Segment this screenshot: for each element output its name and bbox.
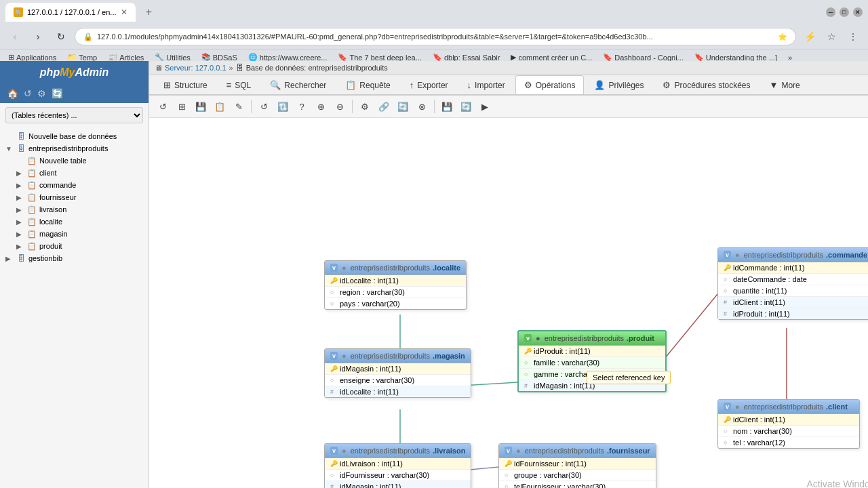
sidebar-recent-tables[interactable]: (Tables récentes) ... (5, 107, 143, 123)
sidebar-item-client[interactable]: ▶ 📋 client (11, 167, 149, 179)
tab-operations[interactable]: ⚙ Opérations (515, 75, 585, 94)
toolbar-btn-12[interactable]: 🔄 (395, 98, 411, 115)
tab-rechercher[interactable]: 🔍 Rechercher (261, 75, 335, 94)
sidebar-reload-icon[interactable]: 🔄 (50, 87, 64, 100)
tab-sql[interactable]: ≡ SQL (218, 75, 260, 94)
tab-structure[interactable]: ⊞ Structure (155, 75, 216, 94)
menu-button[interactable]: ⋮ (844, 27, 863, 46)
tab-importer[interactable]: ↓ Importer (458, 75, 514, 94)
sidebar-item-db[interactable]: ▼ 🗄 entreprisedistribproduits (0, 142, 149, 155)
operations-tab-label: Opérations (536, 81, 576, 90)
address-bar[interactable]: 🔒 127.0.0.1/modules/phpmyadmin414x180413… (75, 28, 796, 45)
commande-row-1: ○ dateCommande : date (718, 274, 868, 285)
produit-header-circle: ● (536, 334, 540, 342)
new-tab-button[interactable]: + (141, 4, 157, 20)
toolbar-btn-16[interactable]: ▶ (477, 98, 493, 115)
breadcrumb-server-link[interactable]: Serveur: 127.0.0.1 (165, 64, 226, 72)
client-header-v: v (724, 403, 731, 411)
table-box-magasin[interactable]: v ● entreprisedistribproduits .magasin 🔑… (324, 348, 471, 398)
tab-privileges[interactable]: 👤 Privilèges (585, 75, 652, 94)
sidebar-item-localite[interactable]: ▶ 📋 localite (11, 216, 149, 228)
sidebar-item-new-table[interactable]: 📋 Nouvelle table (11, 155, 149, 167)
produit-row-2: ○ gamme : varchar(30) (519, 369, 665, 380)
magasin-table-header[interactable]: v ● entreprisedistribproduits .magasin (325, 349, 471, 363)
extensions-button[interactable]: ⚡ (800, 27, 819, 46)
toolbar-sep-1 (251, 100, 252, 113)
localite-col-1: region : varchar(30) (340, 288, 405, 296)
minimize-button[interactable]: ─ (826, 7, 835, 17)
toolbar-btn-10[interactable]: ⚙ (357, 98, 373, 115)
table-box-client[interactable]: v ● entreprisedistribproduits .client 🔑 … (717, 399, 860, 449)
col-icon-client-1: ○ (724, 428, 730, 434)
activate-line1: Activate Windows (764, 479, 868, 488)
tab-requete[interactable]: 📋 Requête (336, 75, 399, 94)
sidebar-item-produit[interactable]: ▶ 📋 produit (11, 240, 149, 252)
sidebar-item-new-db[interactable]: 🗄 Nouvelle base de données (0, 130, 149, 142)
sidebar-refresh-icon[interactable]: ↺ (22, 87, 33, 100)
produit-col-0: idProduit : int(11) (534, 347, 591, 355)
col-icon-commande-2: ○ (724, 287, 730, 294)
sidebar-item-gestionbib[interactable]: ▶ 🗄 gestionbib (0, 252, 149, 264)
toolbar-btn-7[interactable]: ? (294, 98, 310, 115)
forward-button[interactable]: › (28, 27, 47, 46)
diagram-area[interactable]: v ● entreprisedistribproduits .localite … (149, 118, 868, 488)
produit-header-v: v (524, 334, 532, 342)
table-box-localite[interactable]: v ● entreprisedistribproduits .localite … (324, 260, 467, 310)
close-button[interactable]: ✕ (853, 7, 863, 17)
breadcrumb-db-label: Base de données: entreprisedistribprodui… (246, 64, 388, 72)
toolbar-btn-2[interactable]: 💾 (193, 98, 209, 115)
sidebar-item-magasin[interactable]: ▶ 📋 magasin (11, 228, 149, 240)
browser-tab-active[interactable]: 🐘 127.0.0.1 / 127.0.0.1 / en... ✕ (5, 3, 136, 22)
tab-close-button[interactable]: ✕ (121, 7, 127, 17)
livraison-table-header[interactable]: v ● entreprisedistribproduits .livraison (325, 444, 471, 458)
refresh-button[interactable]: ↻ (52, 27, 71, 46)
toolbar-btn-11[interactable]: 🔗 (376, 98, 392, 115)
client-col-0: idClient : int(11) (733, 415, 785, 424)
sidebar-item-livraison[interactable]: ▶ 📋 livraison (11, 203, 149, 216)
top-bar: 🖥 Serveur: 127.0.0.1 » 🗄 Base de données… (149, 61, 868, 75)
localite-col-0: idLocalite : int(11) (340, 277, 399, 285)
tab-more[interactable]: ▼ More (761, 75, 809, 94)
commande-table-header[interactable]: v ● entreprisedistribproduits .commande (718, 248, 868, 262)
toolbar-btn-13[interactable]: ⊗ (414, 98, 430, 115)
sidebar-db-children: 📋 Nouvelle table ▶ 📋 client ▶ 📋 commande… (0, 155, 149, 252)
table-box-commande[interactable]: v ● entreprisedistribproduits .commande … (717, 247, 868, 320)
tab-procedures[interactable]: ⚙ Procédures stockées (654, 75, 759, 94)
col-icon-produit-1: ○ (524, 359, 531, 366)
db-icon: 🗄 (16, 144, 26, 153)
toolbar-btn-8[interactable]: ⊕ (313, 98, 329, 115)
toolbar-btn-4[interactable]: ✎ (231, 98, 247, 115)
sidebar-home-icon[interactable]: 🏠 (5, 87, 20, 100)
diagram-canvas: v ● entreprisedistribproduits .localite … (149, 118, 868, 488)
localite-header-v: v (330, 264, 338, 272)
localite-table-header[interactable]: v ● entreprisedistribproduits .localite (325, 261, 466, 274)
col-icon-localite-2: ○ (330, 300, 337, 307)
toolbar-btn-1[interactable]: ⊞ (174, 98, 190, 115)
fournisseur-table-header[interactable]: v ● entreprisedistribproduits .fournisse… (499, 444, 656, 458)
toolbar-btn-0[interactable]: ↺ (155, 98, 171, 115)
sidebar-item-commande[interactable]: ▶ 📋 commande (11, 179, 149, 191)
table-box-produit[interactable]: v ● entreprisedistribproduits .produit 🔑… (517, 330, 667, 392)
toolbar-btn-5[interactable]: ↺ (256, 98, 272, 115)
recent-tables-select[interactable]: (Tables récentes) ... (5, 107, 143, 123)
back-button[interactable]: ‹ (5, 27, 24, 46)
table-box-fournisseur[interactable]: v ● entreprisedistribproduits .fournisse… (498, 443, 656, 488)
toolbar-btn-6[interactable]: 🔃 (275, 98, 291, 115)
client-table-header[interactable]: v ● entreprisedistribproduits .client (718, 400, 859, 413)
maximize-button[interactable]: □ (840, 7, 849, 17)
fk-icon-produit-3: # (524, 382, 531, 389)
toolbar-btn-15[interactable]: 🔄 (458, 98, 474, 115)
sidebar-settings-icon[interactable]: ⚙ (36, 87, 47, 100)
produit-table-header[interactable]: v ● entreprisedistribproduits .produit (519, 331, 665, 345)
toolbar-btn-14[interactable]: 💾 (439, 98, 455, 115)
tab-exporter[interactable]: ↑ Exporter (401, 75, 457, 94)
sidebar-item-fournisseur[interactable]: ▶ 📋 fournisseur (11, 191, 149, 203)
more-tab-label: More (781, 81, 800, 90)
bookmark-button[interactable]: ☆ (822, 27, 841, 46)
table-box-livraison[interactable]: v ● entreprisedistribproduits .livraison… (324, 443, 471, 488)
toolbar-btn-3[interactable]: 📋 (212, 98, 228, 115)
col-icon-produit-2: ○ (524, 371, 531, 378)
rechercher-tab-icon: 🔍 (270, 80, 281, 90)
toolbar-btn-9[interactable]: ⊖ (332, 98, 348, 115)
magasin-col-2: idLocalite : int(11) (340, 388, 399, 396)
